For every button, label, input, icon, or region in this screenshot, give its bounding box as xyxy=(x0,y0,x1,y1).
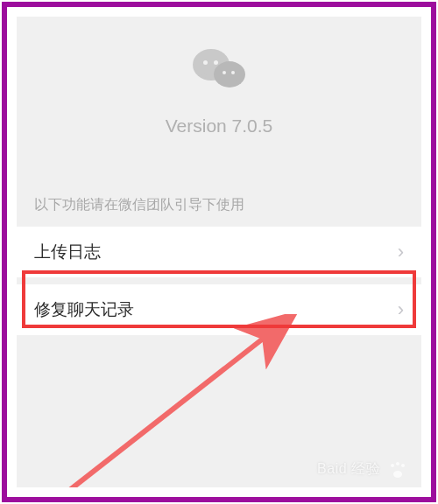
screen: Version 7.0.5 以下功能请在微信团队引导下使用 上传日志 › 修复聊… xyxy=(17,17,421,487)
cell-label: 修复聊天记录 xyxy=(34,298,134,321)
section-hint: 以下功能请在微信团队引导下使用 xyxy=(17,196,421,214)
watermark: Baid 经验 xyxy=(317,460,407,479)
logo-area: Version 7.0.5 xyxy=(17,17,421,136)
annotation-arrow xyxy=(34,314,306,487)
chevron-right-icon: › xyxy=(398,298,404,321)
watermark-text: Baid 经验 xyxy=(317,461,380,476)
cell-repair-chat[interactable]: 修复聊天记录 › xyxy=(17,284,421,335)
cell-label: 上传日志 xyxy=(34,241,101,263)
tutorial-frame: Version 7.0.5 以下功能请在微信团队引导下使用 上传日志 › 修复聊… xyxy=(2,2,436,502)
chevron-right-icon: › xyxy=(398,241,404,263)
svg-line-0 xyxy=(43,336,266,487)
paw-icon xyxy=(388,462,407,478)
version-label: Version 7.0.5 xyxy=(17,116,421,136)
wechat-icon xyxy=(189,47,249,96)
cell-upload-log[interactable]: 上传日志 › xyxy=(17,227,421,277)
